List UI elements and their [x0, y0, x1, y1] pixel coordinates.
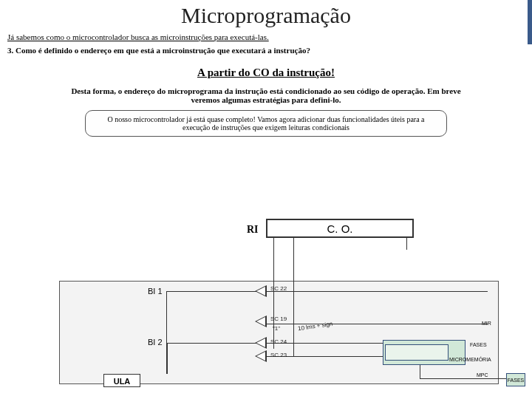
bi1-label: BI 1: [148, 287, 163, 296]
mpc-label: MPC: [477, 372, 488, 378]
wire-co-down-1: [273, 238, 274, 349]
sc19-label: SC 19: [270, 316, 287, 322]
bi2-down: [167, 343, 168, 374]
mid-row: [266, 324, 488, 324]
one-label: "1": [273, 325, 280, 332]
intro-text: Já sabemos como o microcontrolador busca…: [7, 33, 525, 41]
sc22-label: SC 22: [270, 285, 287, 292]
wire-co-down-2: [293, 238, 294, 356]
buffer-sc22: [255, 285, 267, 297]
fases-box-2: FASES: [506, 373, 525, 386]
mm-down: [420, 365, 420, 378]
buffer-sc19: [255, 316, 267, 327]
diagram-area: RI C. O. BI 1 SC 22 SC 19 "1" 10 lms + s…: [0, 214, 532, 399]
co-box: C. O.: [266, 219, 414, 238]
mir-label: MIR: [482, 321, 491, 326]
ri-label: RI: [247, 224, 259, 236]
micromemory-inner: [385, 344, 449, 361]
buffer-sc24: [255, 337, 267, 349]
sc23-label: SC 23: [270, 352, 287, 358]
answer-text: A partir do CO da instrução!: [0, 66, 532, 79]
bi1-bus: [166, 291, 488, 292]
bi2-label: BI 2: [148, 338, 163, 347]
bus-background: [59, 281, 499, 384]
side-accent: [528, 0, 532, 44]
page-title: Microprogramação: [0, 3, 532, 28]
paragraph-1: Desta forma, o endereço do microprograma…: [66, 86, 466, 104]
mpc-wire: [420, 378, 506, 379]
ula-box: ULA: [103, 374, 140, 387]
micromem-label: MICROMEMÓRIA: [449, 357, 491, 362]
question-text: 3. Como é definido o endereço em que est…: [7, 46, 525, 55]
buffer-sc23: [255, 350, 267, 362]
fases-label-1: FASES: [470, 342, 487, 347]
sc24-label: SC 24: [270, 338, 287, 345]
wire-co-down-3: [406, 238, 407, 250]
callout-box: O nosso microcontrolador já está quase c…: [85, 110, 447, 137]
